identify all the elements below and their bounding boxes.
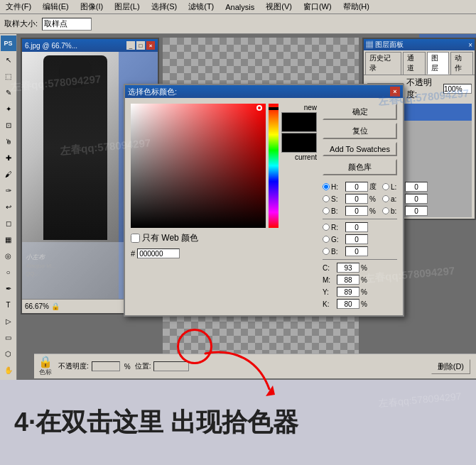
R-input[interactable] [345,222,368,232]
position-input[interactable] [153,361,189,371]
menu-filter[interactable]: 滤镜(T) [185,0,217,13]
G-field-row: G: [323,234,397,245]
tool-crop[interactable]: ⊡ [1,117,16,133]
delete-button[interactable]: 删除(D) [431,359,470,374]
tool-text[interactable]: T [1,297,16,312]
menu-analysis[interactable]: Analysis [222,1,257,13]
b-label: b: [391,207,404,215]
b-radio[interactable] [382,207,389,214]
C-input[interactable] [337,263,359,273]
add-swatches-button[interactable]: Add To Swatches [323,142,397,156]
tool-3d[interactable]: ⬡ [1,346,16,361]
menu-view[interactable]: 视图(V) [263,0,295,13]
tool-eyedropper[interactable]: 🖱 [1,133,16,149]
menu-image[interactable]: 图像(I) [77,0,106,13]
cp-buttons: 确定 复位 Add To Swatches 颜色库 [323,104,397,175]
menu-help[interactable]: 帮助(H) [340,0,372,13]
menu-window[interactable]: 窗口(W) [301,0,335,13]
web-safe-checkbox[interactable] [131,234,140,243]
G-input[interactable] [345,234,368,244]
S-input[interactable] [345,194,368,204]
tool-hand[interactable]: ✋ [1,362,16,378]
color-picker-title-bar: 选择色标颜色: × [125,85,403,98]
menu-edit[interactable]: 编辑(E) [40,0,72,13]
tool-stamp[interactable]: ✑ [1,182,16,198]
tab-history[interactable]: 历史记录 [365,52,401,75]
b-input[interactable] [405,206,428,216]
color-picker-close-btn[interactable]: × [390,87,400,97]
L-field-row: L: [382,181,428,192]
doc-close-btn[interactable]: × [146,41,155,50]
R-field-row: R: [323,221,397,233]
menu-select[interactable]: 选择(S) [148,0,180,13]
H-radio[interactable] [323,183,330,190]
ok-button[interactable]: 确定 [323,104,397,120]
L-input[interactable] [405,182,428,192]
a-field-row: a: [382,193,428,204]
menu-file[interactable]: 文件(F) [3,0,34,13]
tool-history-brush[interactable]: ↩ [1,199,16,214]
menu-bar: 文件(F) 编辑(E) 图像(I) 图层(L) 选择(S) 滤镜(T) Anal… [0,0,476,14]
Y-unit: % [361,288,371,296]
tool-brush[interactable]: 🖌 [1,166,16,182]
a-radio[interactable] [382,195,389,202]
sample-size-input[interactable] [42,18,92,31]
opacity-value-input[interactable] [92,361,120,371]
gradient-container [131,104,266,228]
G-radio[interactable] [323,236,330,243]
tool-path[interactable]: ▷ [1,313,16,329]
M-label: M: [323,276,335,284]
tool-move[interactable]: ↖ [1,52,16,67]
panel-title: ▦ 图层面板 [366,40,404,50]
color-picker-title-text: 选择色标颜色: [128,87,177,97]
Y-label: Y: [323,288,335,296]
lock-icon: 🔒 [38,356,53,368]
tool-gradient[interactable]: ▦ [1,231,16,247]
lock-icon-container[interactable]: 🔒 色标 [38,356,53,377]
tool-shape[interactable]: ▭ [1,329,16,345]
B-label: B: [331,207,344,215]
S-radio[interactable] [323,195,330,202]
tool-dodge[interactable]: ○ [1,264,16,280]
watermark-annotation: 左春qq:578094297 [378,390,463,410]
tool-marquee[interactable]: ⬚ [1,68,16,84]
Y-input[interactable] [337,287,359,297]
doc-title-bar: 6.jpg @ 66.7%... _ □ × [22,39,158,52]
Bv-input[interactable] [345,246,368,256]
H-input[interactable] [345,182,368,192]
opacity-input[interactable] [443,84,472,94]
K-input[interactable] [337,299,359,309]
a-input[interactable] [405,194,428,204]
tab-channels[interactable]: 通道 [403,52,426,75]
hex-input[interactable] [137,248,180,258]
B-field-row: B: % [323,205,379,217]
tool-heal[interactable]: ✚ [1,150,16,165]
color-library-button[interactable]: 颜色库 [323,159,397,175]
tool-lasso[interactable]: ✎ [1,84,16,100]
M-input[interactable] [337,275,359,285]
B-radio[interactable] [323,207,330,214]
percent-sign: % [124,363,131,371]
color-controls: 确定 复位 Add To Swatches 颜色库 H: 度 [323,104,397,310]
tab-actions[interactable]: 动作 [450,52,473,75]
doc-maximize-btn[interactable]: □ [136,41,145,50]
current-swatch-label: current [295,153,317,161]
tool-pen[interactable]: ✒ [1,280,16,296]
tool-eraser[interactable]: ◻ [1,215,16,231]
L-radio[interactable] [382,183,389,190]
tab-layers[interactable]: 图层 [427,52,450,75]
R-radio[interactable] [323,224,330,231]
doc-minimize-btn[interactable]: _ [126,41,135,50]
tool-blur[interactable]: ◎ [1,248,16,263]
H-field-row: H: 度 [323,181,379,192]
Bv-radio[interactable] [323,248,330,255]
doc-title: 6.jpg @ 66.7%... [25,42,77,50]
menu-layer[interactable]: 图层(L) [112,0,142,13]
color-hue-bar[interactable] [269,104,278,228]
reset-button[interactable]: 复位 [323,123,397,139]
options-bar: 取样大小: [0,14,476,34]
tool-magic-wand[interactable]: ✦ [1,101,16,116]
color-gradient-square[interactable] [131,104,266,228]
panel-close-icon[interactable]: × [468,41,472,49]
B-input[interactable] [345,206,368,216]
